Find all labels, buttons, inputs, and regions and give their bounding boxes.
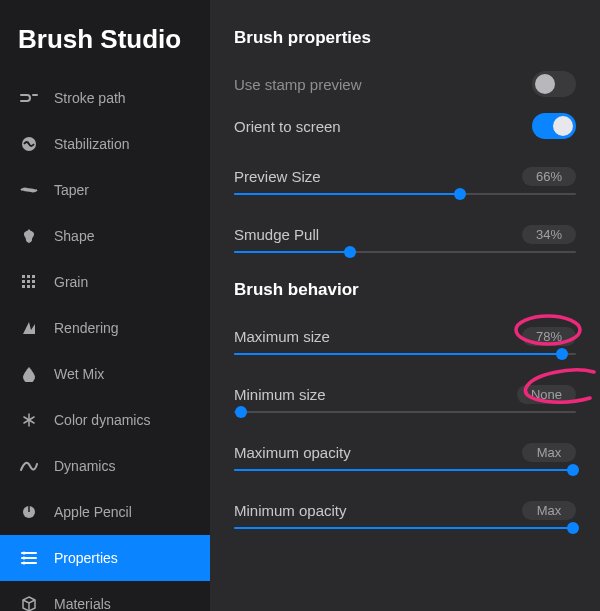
sidebar-item-label: Wet Mix — [54, 366, 104, 382]
svg-rect-7 — [22, 285, 25, 288]
sidebar-item-rendering[interactable]: Rendering — [0, 305, 210, 351]
row-use-stamp-preview: Use stamp preview — [234, 66, 576, 102]
sidebar-item-label: Dynamics — [54, 458, 115, 474]
minimum-opacity-value: Max — [522, 501, 576, 520]
sidebar-item-color-dynamics[interactable]: Color dynamics — [0, 397, 210, 443]
minimum-opacity-slider[interactable] — [234, 522, 576, 534]
maximum-opacity-value: Max — [522, 443, 576, 462]
svg-rect-4 — [22, 280, 25, 283]
sidebar-item-label: Shape — [54, 228, 94, 244]
sidebar-item-wet-mix[interactable]: Wet Mix — [0, 351, 210, 397]
sidebar-item-properties[interactable]: Properties — [0, 535, 210, 581]
row-maximum-size: Maximum size 78% — [234, 318, 576, 354]
shape-icon — [18, 228, 40, 244]
sidebar-item-dynamics[interactable]: Dynamics — [0, 443, 210, 489]
svg-point-21 — [23, 557, 26, 560]
sidebar-item-label: Properties — [54, 550, 118, 566]
sidebar-item-apple-pencil[interactable]: Apple Pencil — [0, 489, 210, 535]
wet-mix-icon — [18, 366, 40, 382]
maximum-size-slider[interactable] — [234, 348, 576, 360]
main-panel: Brush properties Use stamp preview Orien… — [210, 0, 600, 611]
preview-size-value: 66% — [522, 167, 576, 186]
section-brush-properties-title: Brush properties — [234, 28, 576, 48]
row-minimum-opacity: Minimum opacity Max — [234, 492, 576, 528]
preview-size-label: Preview Size — [234, 168, 321, 185]
row-maximum-opacity: Maximum opacity Max — [234, 434, 576, 470]
smudge-pull-slider[interactable] — [234, 246, 576, 258]
sidebar-item-label: Apple Pencil — [54, 504, 132, 520]
sidebar-item-label: Stroke path — [54, 90, 126, 106]
minimum-size-value: None — [517, 385, 576, 404]
svg-rect-6 — [32, 280, 35, 283]
maximum-opacity-label: Maximum opacity — [234, 444, 351, 461]
sidebar: Brush Studio Stroke path Stabilization T… — [0, 0, 210, 611]
minimum-size-slider[interactable] — [234, 406, 576, 418]
sidebar-item-stroke-path[interactable]: Stroke path — [0, 75, 210, 121]
orient-to-screen-label: Orient to screen — [234, 118, 341, 135]
sidebar-item-label: Materials — [54, 596, 111, 611]
svg-rect-2 — [27, 275, 30, 278]
svg-point-20 — [23, 552, 26, 555]
row-minimum-size: Minimum size None — [234, 376, 576, 412]
sidebar-item-label: Taper — [54, 182, 89, 198]
sidebar-item-taper[interactable]: Taper — [0, 167, 210, 213]
section-brush-behavior-title: Brush behavior — [234, 280, 576, 300]
color-dynamics-icon — [18, 412, 40, 428]
maximum-opacity-slider[interactable] — [234, 464, 576, 476]
orient-to-screen-toggle[interactable] — [532, 113, 576, 139]
use-stamp-preview-label: Use stamp preview — [234, 76, 362, 93]
maximum-size-value: 78% — [522, 327, 576, 346]
svg-rect-8 — [27, 285, 30, 288]
stroke-path-icon — [18, 92, 40, 104]
dynamics-icon — [18, 460, 40, 472]
row-orient-to-screen: Orient to screen — [234, 108, 576, 144]
smudge-pull-value: 34% — [522, 225, 576, 244]
row-smudge-pull: Smudge Pull 34% — [234, 216, 576, 252]
rendering-icon — [18, 320, 40, 336]
svg-point-22 — [23, 562, 26, 565]
app-title: Brush Studio — [0, 16, 210, 75]
grain-icon — [18, 274, 40, 290]
minimum-size-label: Minimum size — [234, 386, 326, 403]
sidebar-item-stabilization[interactable]: Stabilization — [0, 121, 210, 167]
svg-rect-5 — [27, 280, 30, 283]
stabilization-icon — [18, 136, 40, 152]
maximum-size-label: Maximum size — [234, 328, 330, 345]
taper-icon — [18, 185, 40, 195]
sidebar-item-label: Color dynamics — [54, 412, 150, 428]
materials-icon — [18, 596, 40, 611]
smudge-pull-label: Smudge Pull — [234, 226, 319, 243]
apple-pencil-icon — [18, 504, 40, 520]
svg-rect-3 — [32, 275, 35, 278]
sidebar-item-grain[interactable]: Grain — [0, 259, 210, 305]
sidebar-item-label: Grain — [54, 274, 88, 290]
minimum-opacity-label: Minimum opacity — [234, 502, 347, 519]
sidebar-item-label: Rendering — [54, 320, 119, 336]
sidebar-item-shape[interactable]: Shape — [0, 213, 210, 259]
sidebar-item-materials[interactable]: Materials — [0, 581, 210, 611]
sidebar-item-label: Stabilization — [54, 136, 130, 152]
preview-size-slider[interactable] — [234, 188, 576, 200]
properties-icon — [18, 551, 40, 565]
svg-rect-9 — [32, 285, 35, 288]
row-preview-size: Preview Size 66% — [234, 158, 576, 194]
use-stamp-preview-toggle[interactable] — [532, 71, 576, 97]
svg-rect-1 — [22, 275, 25, 278]
